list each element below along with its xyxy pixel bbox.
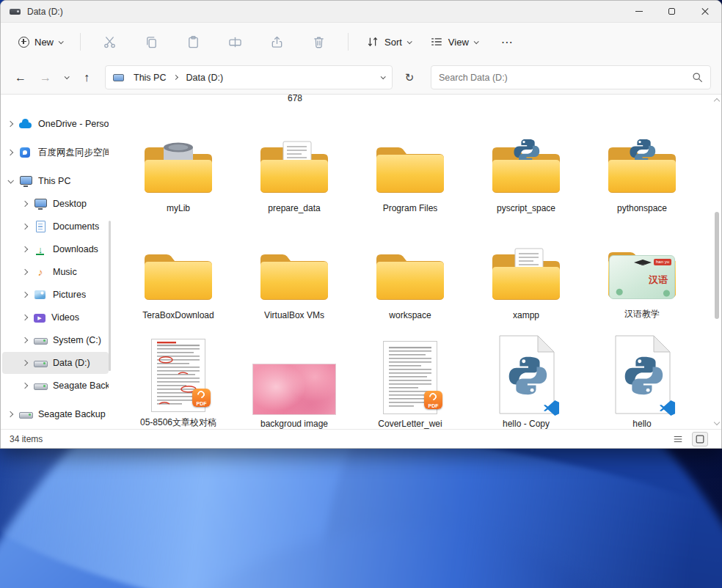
sidebar-item-seagate-backup-2[interactable]: Seagate Backup I [2,403,109,425]
copy-button[interactable] [137,30,166,54]
expand-chevron[interactable] [22,360,28,366]
expand-chevron[interactable] [22,269,28,275]
file-icon-host [489,334,563,415]
expand-chevron[interactable] [22,246,28,252]
sidebar-item-desktop[interactable]: Desktop [2,193,109,215]
file-icon-host [372,246,448,306]
vscode-badge-icon [659,400,676,416]
sidebar-item-onedrive[interactable]: OneDrive - Perso [2,113,109,135]
address-dropdown-chevron-icon[interactable] [381,74,386,79]
new-button[interactable]: New [11,32,70,53]
file-item-9[interactable]: xampp [468,216,584,323]
expand-chevron[interactable] [22,337,28,343]
expand-chevron[interactable] [22,292,28,298]
file-item-11[interactable]: PDF 05-8506文章校对稿 [120,323,236,429]
content-scrollbar[interactable] [714,98,720,426]
back-arrow-icon: ← [15,71,26,84]
sidebar: OneDrive - Perso 百度网盘同步空间 This PC Deskto… [1,95,113,429]
file-item-3[interactable]: Program Files [352,102,468,216]
sort-button[interactable]: Sort [359,30,418,54]
recent-locations-button[interactable] [58,66,74,89]
close-button[interactable] [688,1,721,22]
file-label: hello - Copy [503,419,550,429]
breadcrumb-this-pc[interactable]: This PC [131,70,169,85]
sidebar-item-videos[interactable]: ▶ Videos [2,306,109,328]
file-item-15[interactable]: hello [584,323,700,429]
pc-icon [19,175,32,187]
expand-chevron[interactable] [7,121,13,127]
paste-button[interactable] [179,30,208,54]
file-icon-host [488,246,564,306]
up-button[interactable]: ↑ [74,66,99,89]
file-item-5[interactable]: pythonspace [584,102,700,216]
expand-chevron[interactable] [22,383,28,389]
scroll-up-icon[interactable] [714,98,720,104]
drive-icon [19,408,32,420]
sidebar-item-documents[interactable]: Documents [2,216,109,238]
scroll-down-icon[interactable] [714,419,720,425]
file-item-1[interactable]: myLib [120,102,236,216]
expand-chevron[interactable] [7,177,13,183]
file-item-13[interactable]: PDF CoverLetter_wei [352,323,468,429]
copy-icon [145,35,158,49]
view-button[interactable]: View [423,30,485,54]
expand-chevron[interactable] [7,411,13,417]
file-item-4[interactable]: pyscript_space [468,102,584,216]
minimize-button[interactable] [622,1,655,22]
address-bar[interactable]: This PC Data (D:) [105,65,393,89]
rename-button[interactable] [221,30,249,54]
breadcrumb-current[interactable]: Data (D:) [183,70,226,85]
file-item-2[interactable]: prepare_data [236,102,352,216]
new-button-label: New [34,37,54,48]
pdf-badge-label: PDF [424,403,442,408]
folder-database-icon [140,139,216,199]
file-item-8[interactable]: workspace [352,216,468,323]
title-bar[interactable]: Data (D:) [1,1,721,23]
sidebar-item-label: System (C:) [53,335,101,345]
sidebar-item-seagate-backup[interactable]: Seagate Backup [2,375,109,397]
pdf-badge: PDF [192,389,211,407]
sidebar-item-data-d[interactable]: Data (D:) [2,352,109,374]
sidebar-item-this-pc[interactable]: This PC [2,170,109,192]
file-grid: myLib prepare_data Program Files [120,102,700,429]
expand-chevron[interactable] [22,315,28,320]
sidebar-scrollbar[interactable] [109,221,111,371]
breadcrumb-chevron-icon[interactable] [173,75,178,80]
sidebar-list: OneDrive - Perso 百度网盘同步空间 This PC Deskto… [1,113,113,425]
forward-button[interactable]: → [33,66,58,89]
clipped-file-label: 678 [237,95,353,101]
maximize-button[interactable] [655,1,688,22]
content-area[interactable]: 678 myLib prepare_data [113,95,721,429]
large-icons-view-toggle[interactable] [692,432,708,446]
sidebar-item-baidu-sync[interactable]: 百度网盘同步空间 [2,142,109,163]
share-button[interactable] [263,30,291,54]
sidebar-item-pictures[interactable]: Pictures [2,284,109,306]
videos-icon: ▶ [34,314,45,323]
expand-chevron[interactable] [22,201,28,207]
refresh-button[interactable]: ↻ [397,66,422,89]
folder-python-icon [604,139,680,199]
file-item-12[interactable]: backgroud image [236,323,352,429]
sidebar-item-label: Data (D:) [53,358,90,368]
details-view-toggle[interactable] [670,432,686,446]
cut-button[interactable] [95,30,124,54]
file-icon-host [140,246,216,306]
back-button[interactable]: ← [8,66,33,89]
sidebar-item-downloads[interactable]: ↓ Downloads [2,238,109,260]
file-label: myLib [167,203,190,213]
delete-button[interactable] [305,30,333,54]
sidebar-item-music[interactable]: ♪ Music [2,261,109,283]
file-item-7[interactable]: VirtualBox VMs [236,216,352,323]
scrollbar-thumb[interactable] [715,212,719,319]
trash-icon [312,35,326,49]
search-box[interactable]: Search Data (D:) [431,65,711,89]
expand-chevron[interactable] [22,224,28,229]
chevron-down-icon [59,39,64,44]
expand-chevron[interactable] [7,150,13,155]
file-item-14[interactable]: hello - Copy [468,323,584,429]
sidebar-item-system-c[interactable]: System (C:) [2,329,109,351]
file-item-6[interactable]: TeraBoxDownload [120,216,236,323]
large-icons-view-icon [695,434,705,444]
file-item-10[interactable]: han yu 汉语 汉语教学 [584,216,700,323]
more-options-button[interactable]: ⋯ [494,30,521,54]
